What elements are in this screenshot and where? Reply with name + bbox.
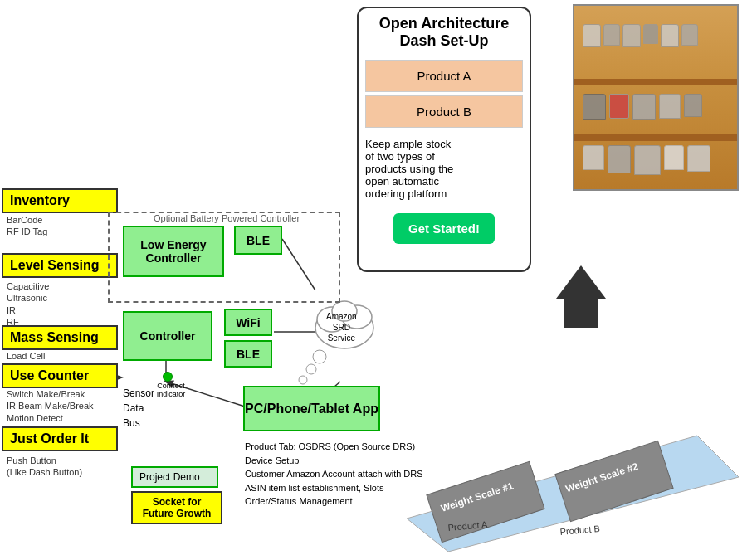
arch-box: Open ArchitectureDash Set-Up Product A P… [357,7,531,272]
low-energy-controller-box: Low Energy Controller [123,226,224,277]
socket-growth-box: Socket forFuture Growth [131,491,222,524]
info-line-5: Order/Status Management [245,496,353,506]
svg-point-5 [306,364,316,374]
amazon-srd-label: AmazonSRDService [326,311,357,343]
connect-indicator-text: ConnectIndicator [154,382,188,398]
project-demo-button[interactable]: Project Demo [131,466,218,488]
svg-marker-13 [556,265,606,328]
optional-text: Optional Battery Powered Controller [154,213,300,223]
just-order-it-sublabel: Push Button(Like Dash Button) [7,455,82,479]
level-sensing-sublabel: CapacitiveUltrasonicIRRF [7,280,49,328]
arch-desc: Keep ample stockof two types ofproducts … [359,131,530,207]
svg-point-6 [299,376,307,384]
level-sensing-label: Level Sensing [2,253,118,278]
inventory-label: Inventory [2,188,118,213]
use-counter-label: Use Counter [2,363,118,388]
scale-diagram: Weight Scale #1 Weight Scale #2 Product … [398,369,747,552]
svg-point-4 [313,350,326,363]
ble-bottom-box: BLE [224,340,272,368]
mass-sensing-sublabel: Load Cell [7,350,45,362]
product-b-box: Product B [365,95,523,128]
app-box-label: PC/Phone/Tablet App [245,402,378,416]
sensor-data-bus: SensorDataBus [123,386,154,431]
info-line-1: Product Tab: OSDRS (Open Source DRS) [245,441,415,451]
info-line-2: Device Setup [245,455,299,465]
ble-bottom-label: BLE [237,348,260,361]
ble-top-label: BLE [247,234,270,247]
controller-label: Controller [140,329,196,343]
info-line-4: ASIN item list establishment, Slots [245,483,384,493]
info-line-3: Customer Amazon Account attach with DRS [245,469,423,479]
just-order-it-label: Just Order It [2,426,118,451]
app-box: PC/Phone/Tablet App [243,386,380,431]
svg-text:Product B: Product B [559,523,600,537]
product-a-box: Product A [365,60,523,92]
arch-box-title: Open ArchitectureDash Set-Up [359,8,530,56]
wifi-label: WiFi [236,316,260,329]
wifi-box: WiFi [224,309,272,336]
mass-sensing-label: Mass Sensing [2,325,118,350]
low-energy-controller-label: Low Energy Controller [140,238,206,265]
controller-box: Controller [123,311,212,361]
ble-top-box: BLE [234,226,282,255]
use-counter-sublabel: Switch Make/BreakIR Beam Make/BreakMotio… [7,388,94,424]
inventory-photo [573,4,739,191]
get-started-button[interactable]: Get Started! [393,213,495,244]
connect-indicator-dot [163,372,173,382]
inventory-sublabel: BarCodeRF ID Tag [7,214,47,238]
